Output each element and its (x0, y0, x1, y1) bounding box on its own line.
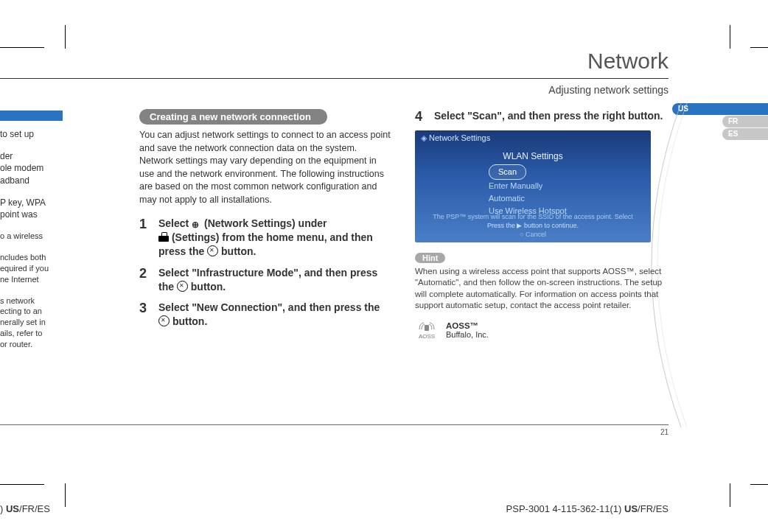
option-enter-manually: Enter Manually (489, 181, 542, 190)
footer-lang-bold: US (624, 503, 638, 514)
step-4: Select "Scan", and then press the right … (415, 109, 667, 123)
x-button-icon (177, 281, 188, 292)
footer-left: ) US/FR/ES (0, 503, 50, 514)
aoss-company: Buffalo, Inc. (446, 330, 489, 339)
screenshot-title: Network Settings (421, 133, 490, 143)
page-number: 21 (660, 428, 668, 436)
x-button-icon (158, 315, 170, 326)
screenshot-footer-text: The PSP™ system will scan for the SSID o… (415, 213, 651, 220)
crop-mark (0, 47, 44, 48)
fragment-text: ncludes both equired if you ne Internet (0, 252, 63, 285)
footer-right: PSP-3001 4-115-362-11(1) US/FR/ES (506, 503, 668, 514)
section-title: Network (587, 49, 668, 74)
intro-paragraph: You can adjust network settings to conne… (139, 129, 391, 206)
step-3: Select "New Connection", and then press … (139, 301, 391, 329)
crop-mark (750, 484, 768, 485)
crop-mark (730, 25, 730, 49)
screenshot-footer-text: ○ Cancel (415, 231, 651, 238)
footer-code: PSP-3001 4-115-362-11(1) (506, 503, 624, 514)
step-text: button. (188, 281, 226, 293)
step-text: Select "Scan", and then press the right … (434, 110, 663, 122)
crop-mark (65, 483, 66, 507)
step-text: (Settings) from the home menu, and then … (158, 231, 373, 257)
blue-bar (0, 111, 63, 121)
footer-text: ) (0, 503, 6, 514)
screenshot-footer-text: Press the ▶ button to continue. (415, 222, 651, 229)
fragment-text: to set up (0, 128, 63, 140)
step-text: button. (218, 245, 256, 257)
crop-mark (65, 25, 66, 49)
footer-text: /FR/ES (19, 503, 50, 514)
settings-icon (158, 234, 169, 242)
aoss-name: AOSS™ (446, 321, 489, 330)
x-button-icon (207, 245, 218, 256)
crop-mark (730, 483, 730, 507)
footer-lang-bold: US (6, 503, 19, 514)
crop-mark (750, 47, 768, 48)
aoss-icon: AOSS (415, 321, 439, 340)
fragment-text: der ole modem adband (0, 150, 63, 186)
section-heading: Creating a new network connection (139, 109, 327, 125)
svg-rect-0 (425, 325, 429, 331)
column-left: Creating a new network connection You ca… (139, 109, 391, 336)
step-text: (Network Settings) under (201, 217, 327, 229)
crop-mark (0, 484, 44, 485)
divider (0, 424, 668, 425)
screenshot-options: Scan Enter Manually Automatic Use Wirele… (489, 164, 567, 217)
fragment-text: s network ecting to an nerally set in ai… (0, 295, 63, 350)
option-scan-selected: Scan (489, 164, 526, 180)
step-2: Select "Infrastructure Mode", and then p… (139, 266, 391, 294)
lang-tab-es: ES (722, 128, 768, 140)
step-text: button. (170, 315, 207, 327)
aoss-icon-label: AOSS (419, 333, 435, 340)
step-text: Select "New Connection", and then press … (158, 301, 380, 313)
option-automatic: Automatic (489, 194, 525, 203)
network-settings-icon: ⊕ (192, 219, 201, 228)
page-subtitle: Adjusting network settings (548, 84, 668, 96)
footer-text: /FR/ES (638, 503, 668, 514)
aoss-info: AOSS AOSS™ Buffalo, Inc. (415, 321, 667, 340)
lang-tab-us: US (672, 103, 768, 115)
fragment-text: P key, WPA point was (0, 197, 63, 220)
column-right: Select "Scan", and then press the right … (415, 109, 667, 340)
screenshot-heading: WLAN Settings (415, 151, 651, 161)
hint-label: Hint (415, 253, 445, 263)
step-text: Select (158, 217, 192, 229)
hint-text: When using a wireless access point that … (415, 266, 667, 312)
fragment-text: o a wireless (0, 231, 63, 242)
psp-screenshot: Network Settings WLAN Settings Scan Ente… (415, 130, 651, 242)
language-tabs: US FR ES (722, 103, 768, 141)
lang-tab-fr: FR (722, 116, 768, 127)
step-1: Select ⊕ (Network Settings) under (Setti… (139, 217, 391, 259)
divider (0, 78, 668, 79)
previous-page-bleed: to set up der ole modem adband P key, WP… (0, 111, 63, 360)
